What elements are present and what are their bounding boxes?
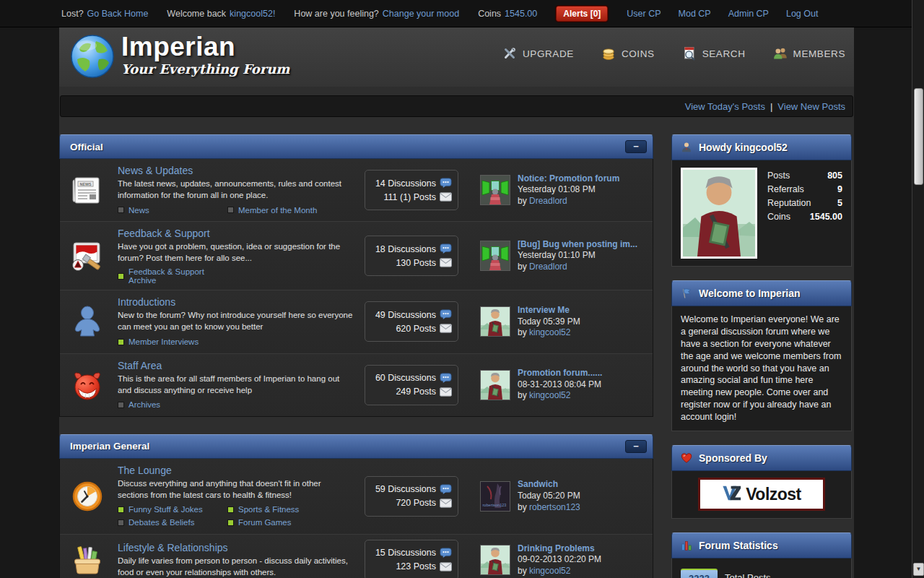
subforum-status-bullet bbox=[227, 506, 234, 513]
last-post-avatar[interactable] bbox=[480, 306, 510, 337]
subforum-item: Member Interviews bbox=[118, 337, 227, 346]
coins-label: Coins bbox=[478, 9, 501, 19]
last-post-user[interactable]: Dreadlord bbox=[529, 196, 567, 206]
forum-title-link[interactable]: The Lounge bbox=[118, 465, 172, 476]
forum-description: This is the area for all staff members o… bbox=[118, 373, 353, 396]
forum-row: Lifestyle & RelationshipsDaily life vari… bbox=[60, 534, 653, 578]
view-todays-posts-link[interactable]: View Today's Posts bbox=[685, 101, 765, 112]
speech-bubble-icon bbox=[440, 178, 452, 189]
forum-stats-box: 15 Discussions123 Posts bbox=[365, 540, 458, 578]
subforum-link[interactable]: Sports & Fitness bbox=[238, 505, 299, 514]
lost-label: Lost? bbox=[61, 9, 84, 19]
subforum-list: Archives bbox=[118, 398, 353, 411]
last-post-user[interactable]: robertson123 bbox=[529, 502, 580, 512]
forum-title-link[interactable]: Feedback & Support bbox=[118, 228, 210, 239]
nav-item-upgrade[interactable]: UPGRADE bbox=[502, 46, 574, 61]
envelope-icon bbox=[440, 498, 452, 509]
sponsor-logo-link[interactable]: Volzost bbox=[698, 478, 825, 511]
subforum-link[interactable]: Debates & Beliefs bbox=[128, 518, 194, 527]
last-post-by: by robertson123 bbox=[518, 502, 580, 514]
last-post-avatar[interactable] bbox=[480, 175, 510, 205]
forum-description: Discuss everything and anything that doe… bbox=[118, 478, 353, 501]
last-post-title[interactable]: Promotion forum...... bbox=[518, 368, 602, 379]
discussions-text: 59 Discussions bbox=[375, 484, 436, 494]
subforum-list: Feedback & Support Archive bbox=[118, 266, 353, 285]
last-post-title[interactable]: Notice: Promotion forum bbox=[518, 173, 619, 185]
envelope-icon bbox=[440, 257, 452, 268]
scroll-down-button[interactable]: ▼ bbox=[913, 563, 924, 576]
last-post-avatar[interactable] bbox=[480, 545, 510, 575]
forum-stat-row: 3233Total Posts bbox=[681, 566, 842, 578]
last-post-title[interactable]: Drinking Problems bbox=[518, 543, 601, 555]
forum-stat-badge: 3233 bbox=[681, 569, 718, 578]
scrollbar-thumb[interactable] bbox=[914, 88, 923, 185]
last-post-date: 09-02-2013 02:20 PM bbox=[518, 554, 601, 566]
statistics-panel: Forum Statistics 3233Total Posts bbox=[671, 532, 852, 578]
last-post-avatar[interactable] bbox=[480, 241, 510, 271]
profile-stat-label: Posts bbox=[767, 171, 790, 181]
forum-info: Feedback & SupportHave you got a problem… bbox=[118, 227, 353, 285]
topbar-link[interactable]: Admin CP bbox=[728, 9, 769, 19]
forum-title-link[interactable]: News & Updates bbox=[118, 165, 193, 176]
last-post-user[interactable]: kingcool52 bbox=[529, 566, 570, 576]
subforum-link[interactable]: Member Interviews bbox=[128, 337, 199, 346]
by-label: by bbox=[518, 196, 527, 206]
nav-item-members[interactable]: MEMBERS bbox=[773, 46, 845, 61]
nav-item-coins[interactable]: COINS bbox=[601, 46, 655, 61]
last-post-user[interactable]: kingcool52 bbox=[529, 390, 570, 400]
subforum-item: Feedback & Support Archive bbox=[118, 267, 227, 285]
collapse-button[interactable]: − bbox=[625, 140, 647, 153]
category-title: Imperian General bbox=[70, 441, 625, 452]
subforum-link[interactable]: Member of the Month bbox=[238, 206, 317, 215]
supplies-box-icon bbox=[70, 543, 105, 577]
subforum-link[interactable]: News bbox=[128, 206, 149, 215]
collapse-button[interactable]: − bbox=[625, 440, 647, 453]
last-post-avatar[interactable]: robertson123 bbox=[480, 481, 510, 512]
last-post-date: Yesterday 01:10 PM bbox=[518, 250, 637, 262]
profile-stat-value: 9 bbox=[837, 184, 842, 194]
change-mood-link[interactable]: Change your mood bbox=[383, 9, 459, 19]
topbar-link[interactable]: Log Out bbox=[786, 9, 818, 19]
last-post-title[interactable]: Interview Me bbox=[518, 305, 580, 316]
subforum-item: Sports & Fitness bbox=[227, 505, 337, 514]
coins-value[interactable]: 1545.00 bbox=[505, 9, 537, 19]
by-label: by bbox=[518, 502, 527, 512]
forum-title-link[interactable]: Lifestyle & Relationships bbox=[118, 542, 228, 553]
last-post-title[interactable]: [Bug] Bug when posting im... bbox=[518, 239, 637, 251]
subforum-link[interactable]: Feedback & Support Archive bbox=[128, 267, 227, 285]
topbar-link[interactable]: User CP bbox=[627, 9, 661, 19]
last-post-date: Today 05:20 PM bbox=[518, 491, 580, 502]
topbar-link[interactable]: Mod CP bbox=[679, 9, 711, 19]
category-header: Imperian General− bbox=[59, 434, 653, 459]
posts-text: 620 Posts bbox=[396, 324, 436, 334]
forum-title-link[interactable]: Introductions bbox=[118, 296, 175, 308]
profile-avatar[interactable] bbox=[681, 168, 757, 259]
last-post-user[interactable]: Dreadlord bbox=[529, 262, 567, 272]
last-post-avatar[interactable] bbox=[480, 370, 510, 400]
profile-panel-header: Howdy kingcool52 bbox=[671, 134, 852, 160]
nav-label: UPGRADE bbox=[523, 48, 574, 59]
subforum-list: Member Interviews bbox=[118, 335, 353, 348]
last-post: Promotion forum......08-31-2013 08:04 PM… bbox=[480, 368, 602, 402]
profile-stat-value: 5 bbox=[837, 198, 842, 208]
posts-count: 111 (1) Posts bbox=[371, 190, 452, 204]
last-post-user[interactable]: kingcool52 bbox=[529, 327, 570, 337]
topbar-username-link[interactable]: kingcool52! bbox=[230, 9, 275, 19]
globe-icon bbox=[69, 33, 116, 79]
scrollbar[interactable]: ▼ bbox=[912, 0, 924, 578]
forum-title-link[interactable]: Staff Area bbox=[118, 360, 162, 371]
subforum-link[interactable]: Archives bbox=[128, 400, 160, 409]
site-logo[interactable]: Imperian Your Everything Forum bbox=[69, 33, 289, 79]
go-back-home-link[interactable]: Go Back Home bbox=[87, 9, 149, 19]
sponsored-panel-title: Sponsored By bbox=[699, 452, 767, 464]
subforum-status-bullet bbox=[118, 207, 124, 213]
nav-item-search[interactable]: SEARCH bbox=[682, 46, 746, 61]
subforum-status-bullet bbox=[118, 402, 124, 408]
subforum-link[interactable]: Funny Stuff & Jokes bbox=[128, 505, 203, 514]
view-new-posts-link[interactable]: View New Posts bbox=[777, 101, 845, 112]
last-post-title[interactable]: Sandwich bbox=[518, 479, 580, 491]
alerts-button[interactable]: Alerts [0] bbox=[556, 6, 608, 22]
nav-label: SEARCH bbox=[702, 48, 746, 59]
subforum-link[interactable]: Forum Games bbox=[238, 518, 292, 527]
envelope-icon bbox=[440, 561, 452, 572]
